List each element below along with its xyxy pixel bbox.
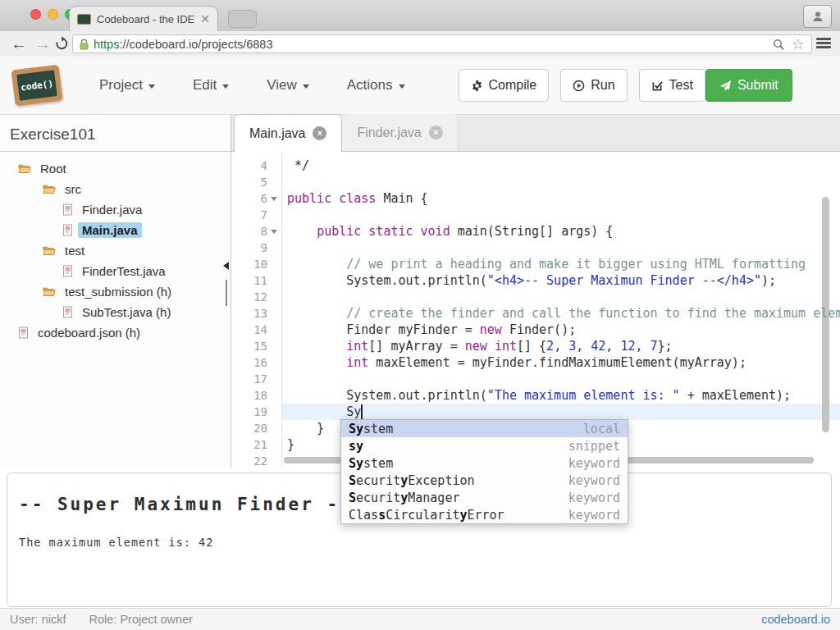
file-tree: RootsrcFinder.javaMain.javatestFinderTes… bbox=[0, 152, 231, 343]
ide-toolbar: code() ProjectEditViewActions Compile Ru… bbox=[0, 57, 840, 115]
line-number: 17 bbox=[231, 371, 267, 387]
autocomplete-item-name: System bbox=[349, 456, 393, 471]
console-output-line: The maximum element is: 42 bbox=[19, 536, 831, 549]
tree-item-test-submission-h[interactable]: test_submission (h) bbox=[0, 281, 231, 302]
code-text: // create the finder and call the functi… bbox=[281, 306, 840, 321]
autocomplete-item[interactable]: Systemlocal bbox=[341, 420, 628, 437]
code-line-12[interactable]: 12 bbox=[231, 289, 840, 305]
browser-toolbar: ← → https://codeboard.io/projects/6883 ☆ bbox=[0, 31, 840, 57]
check-square-icon bbox=[651, 80, 664, 92]
tree-item-src[interactable]: src bbox=[0, 179, 231, 199]
menu-edit[interactable]: Edit bbox=[174, 77, 248, 94]
browser-menu-icon[interactable] bbox=[816, 38, 831, 50]
line-number: 14 bbox=[231, 322, 267, 338]
code-line-11[interactable]: 11 System.out.println("<h4>-- Super Maxi… bbox=[231, 272, 840, 289]
code-line-15[interactable]: 15 int[] myArray = new int[] {2, 3, 42, … bbox=[231, 338, 840, 354]
chevron-down-icon bbox=[399, 84, 405, 89]
code-line-6[interactable]: 6public class Main { bbox=[231, 190, 840, 207]
profile-button[interactable] bbox=[803, 5, 832, 28]
autocomplete-item[interactable]: SecurityExceptionkeyword bbox=[341, 472, 628, 489]
line-number: 19 bbox=[231, 404, 267, 420]
code-text bbox=[281, 175, 287, 189]
sidebar-resize-handle[interactable] bbox=[226, 280, 227, 306]
code-line-14[interactable]: 14 Finder myFinder = new Finder(); bbox=[231, 322, 840, 338]
codeboard-logo[interactable]: code() bbox=[11, 65, 63, 107]
code-line-8[interactable]: 8 public static void main(String[] args)… bbox=[231, 223, 840, 240]
tree-item-finder-java[interactable]: Finder.java bbox=[0, 199, 231, 220]
code-text: int[] myArray = new int[] {2, 3, 42, 12,… bbox=[281, 339, 673, 354]
close-tab-icon[interactable]: ✕ bbox=[200, 13, 210, 25]
line-number: 21 bbox=[231, 436, 267, 453]
zoom-search-icon[interactable] bbox=[772, 38, 785, 51]
status-role: Role: Project owner bbox=[89, 613, 194, 626]
test-button[interactable]: Test bbox=[639, 69, 705, 102]
close-tab-icon[interactable]: × bbox=[313, 126, 326, 140]
fold-arrow-icon[interactable] bbox=[267, 190, 281, 207]
bookmark-star-icon[interactable]: ☆ bbox=[792, 37, 805, 52]
chalkboard-icon: code() bbox=[16, 70, 57, 100]
tree-item-subtest-java-h[interactable]: SubTest.java (h) bbox=[0, 302, 231, 322]
new-tab-button[interactable] bbox=[228, 10, 257, 28]
code-line-18[interactable]: 18 System.out.println("The maximum eleme… bbox=[231, 387, 840, 404]
editor-tab-finder-java[interactable]: Finder.java× bbox=[342, 114, 458, 151]
tree-item-main-java[interactable]: Main.java bbox=[0, 220, 231, 240]
menu-actions[interactable]: Actions bbox=[328, 77, 424, 94]
code-line-16[interactable]: 16 int maxElement = myFinder.findMaximum… bbox=[231, 354, 840, 371]
back-button[interactable]: ← bbox=[11, 33, 27, 55]
refresh-button[interactable] bbox=[54, 36, 69, 54]
menu-project[interactable]: Project bbox=[80, 77, 174, 94]
code-line-10[interactable]: 10 // we print a heading and make it big… bbox=[231, 256, 840, 272]
code-text: */ bbox=[281, 158, 309, 173]
code-line-9[interactable]: 9 bbox=[231, 240, 840, 256]
gear-icon bbox=[471, 80, 483, 92]
tree-item-findertest-java[interactable]: FinderTest.java bbox=[0, 261, 231, 281]
code-line-7[interactable]: 7 bbox=[231, 207, 840, 223]
line-number: 16 bbox=[231, 354, 267, 371]
code-text bbox=[281, 454, 287, 468]
autocomplete-item[interactable]: Systemkeyword bbox=[341, 454, 628, 472]
editor-tab-main-java[interactable]: Main.java× bbox=[234, 114, 342, 152]
autocomplete-item[interactable]: ClassCircularityErrorkeyword bbox=[341, 506, 628, 523]
file-icon bbox=[18, 326, 29, 339]
forward-button[interactable]: → bbox=[34, 33, 51, 55]
code-line-19[interactable]: 19 Sy bbox=[231, 404, 840, 420]
close-tab-icon[interactable]: × bbox=[429, 126, 443, 139]
browser-tab-title: Codeboard - the IDE for the bbox=[97, 13, 194, 25]
minimize-window-button[interactable] bbox=[48, 9, 58, 20]
menu-view[interactable]: View bbox=[248, 77, 328, 94]
close-window-button[interactable] bbox=[30, 9, 41, 20]
code-text bbox=[281, 208, 287, 222]
autocomplete-popup: SystemlocalsysnippetSystemkeywordSecurit… bbox=[340, 419, 628, 524]
menu-label: View bbox=[267, 77, 297, 94]
file-icon bbox=[62, 306, 73, 318]
logo-text: code() bbox=[20, 78, 53, 93]
fold-arrow-icon[interactable] bbox=[267, 223, 281, 240]
code-line-4[interactable]: 4 */ bbox=[231, 158, 840, 174]
autocomplete-item-meta: keyword bbox=[568, 508, 620, 523]
code-text: } bbox=[281, 421, 324, 436]
tree-item-label: SubTest.java (h) bbox=[78, 304, 175, 320]
autocomplete-item-name: SecurityException bbox=[349, 473, 475, 488]
run-button[interactable]: Run bbox=[560, 69, 627, 102]
address-bar[interactable]: https://codeboard.io/projects/6883 ☆ bbox=[72, 34, 812, 53]
autocomplete-item[interactable]: SecurityManagerkeyword bbox=[341, 489, 628, 506]
editor-tab-label: Finder.java bbox=[357, 126, 421, 140]
submit-button-label: Submit bbox=[737, 78, 778, 93]
tree-item-test[interactable]: test bbox=[0, 240, 231, 261]
autocomplete-item-meta: local bbox=[583, 422, 620, 436]
tree-item-root[interactable]: Root bbox=[0, 158, 231, 179]
status-bar: User: nickf Role: Project owner codeboar… bbox=[0, 608, 840, 630]
tree-item-codeboard-json-h[interactable]: codeboard.json (h) bbox=[0, 322, 231, 343]
sidebar-collapse-icon[interactable] bbox=[223, 262, 229, 270]
project-title: Exercise101 bbox=[0, 115, 231, 152]
codeboard-link[interactable]: codeboard.io bbox=[761, 613, 830, 626]
code-line-13[interactable]: 13 // create the finder and call the fun… bbox=[231, 305, 840, 322]
code-line-5[interactable]: 5 bbox=[231, 174, 840, 190]
code-text: System.out.println("The maximum element … bbox=[281, 388, 791, 403]
code-line-17[interactable]: 17 bbox=[231, 371, 840, 387]
compile-button[interactable]: Compile bbox=[459, 69, 550, 102]
browser-tab[interactable]: Codeboard - the IDE for the ✕ bbox=[69, 6, 218, 31]
line-number: 9 bbox=[231, 240, 267, 256]
submit-button[interactable]: Submit bbox=[705, 69, 792, 102]
autocomplete-item[interactable]: sysnippet bbox=[341, 437, 628, 454]
